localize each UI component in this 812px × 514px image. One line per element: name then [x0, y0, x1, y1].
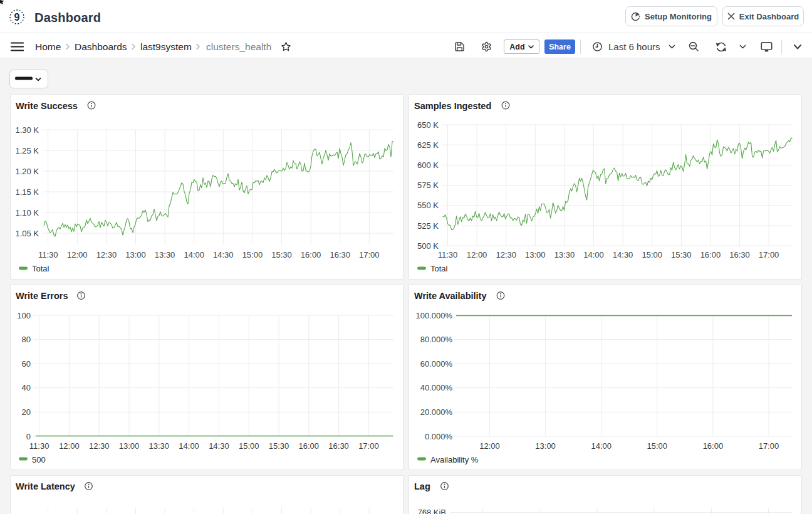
- svg-text:12:30: 12:30: [89, 441, 110, 451]
- svg-text:14:30: 14:30: [209, 441, 229, 451]
- svg-text:40: 40: [22, 383, 31, 392]
- svg-text:13:00: 13:00: [525, 250, 546, 260]
- svg-text:12:00: 12:00: [479, 441, 500, 451]
- svg-text:15:00: 15:00: [647, 441, 668, 451]
- svg-text:13:00: 13:00: [535, 441, 556, 451]
- svg-text:14:00: 14:00: [583, 250, 604, 260]
- svg-text:100.000%: 100.000%: [415, 311, 452, 320]
- svg-text:14:00: 14:00: [179, 441, 199, 451]
- svg-text:575 K: 575 K: [417, 181, 439, 190]
- svg-text:100: 100: [17, 311, 31, 320]
- svg-text:80.000%: 80.000%: [420, 335, 453, 344]
- svg-text:Samples Ingested: Samples Ingested: [414, 101, 491, 111]
- svg-text:13:30: 13:30: [554, 250, 575, 260]
- svg-text:768 KiB: 768 KiB: [417, 508, 446, 514]
- svg-text:15:00: 15:00: [642, 250, 662, 260]
- svg-text:1.25 K: 1.25 K: [15, 146, 39, 155]
- svg-text:17:00: 17:00: [759, 441, 779, 451]
- svg-text:Write Latency: Write Latency: [16, 481, 75, 491]
- svg-text:Write Availability: Write Availability: [414, 291, 487, 301]
- svg-text:80: 80: [22, 335, 31, 344]
- svg-text:0: 0: [26, 432, 31, 441]
- svg-text:16:00: 16:00: [299, 441, 320, 451]
- svg-text:16:30: 16:30: [729, 250, 750, 260]
- svg-text:14:00: 14:00: [591, 441, 612, 451]
- svg-text:13:30: 13:30: [155, 250, 175, 260]
- svg-text:12:00: 12:00: [467, 250, 487, 260]
- svg-text:0.000%: 0.000%: [425, 432, 453, 441]
- svg-text:14:30: 14:30: [213, 250, 234, 260]
- svg-text:20: 20: [22, 407, 31, 417]
- svg-text:16:30: 16:30: [328, 441, 349, 451]
- svg-text:12:00: 12:00: [67, 250, 88, 260]
- svg-text:60.000%: 60.000%: [420, 359, 453, 369]
- svg-text:15:30: 15:30: [271, 250, 292, 260]
- svg-text:500: 500: [32, 455, 46, 464]
- svg-text:15:30: 15:30: [269, 441, 289, 451]
- svg-text:17:00: 17:00: [359, 250, 380, 260]
- svg-text:16:00: 16:00: [703, 441, 724, 451]
- svg-text:13:30: 13:30: [149, 441, 170, 451]
- svg-text:9: 9: [14, 12, 20, 23]
- svg-text:16:30: 16:30: [330, 250, 350, 260]
- svg-text:60: 60: [22, 359, 31, 369]
- svg-text:11:30: 11:30: [29, 441, 49, 451]
- svg-text:16:00: 16:00: [301, 250, 321, 260]
- svg-text:550 K: 550 K: [417, 201, 439, 210]
- svg-text:Total: Total: [32, 264, 49, 273]
- svg-text:1.20 K: 1.20 K: [15, 167, 39, 176]
- svg-text:40.000%: 40.000%: [420, 383, 453, 392]
- svg-text:11:30: 11:30: [38, 250, 58, 260]
- svg-text:500 K: 500 K: [417, 241, 439, 251]
- svg-text:625 K: 625 K: [417, 140, 439, 150]
- svg-text:14:00: 14:00: [184, 250, 204, 260]
- svg-text:20.000%: 20.000%: [420, 407, 453, 417]
- svg-text:Lag: Lag: [414, 481, 430, 491]
- svg-text:12:00: 12:00: [59, 441, 80, 451]
- svg-text:600 K: 600 K: [417, 160, 439, 170]
- svg-text:11:30: 11:30: [438, 250, 458, 260]
- svg-text:13:00: 13:00: [125, 250, 146, 260]
- svg-text:1.05 K: 1.05 K: [15, 229, 39, 238]
- svg-text:Availability %: Availability %: [430, 455, 479, 464]
- svg-text:525 K: 525 K: [417, 221, 439, 231]
- svg-text:16:00: 16:00: [700, 250, 721, 260]
- svg-text:1.10 K: 1.10 K: [15, 208, 39, 218]
- svg-text:17:00: 17:00: [358, 441, 379, 451]
- svg-text:Write Success: Write Success: [16, 101, 78, 111]
- svg-text:1.30 K: 1.30 K: [15, 125, 39, 135]
- svg-text:17:00: 17:00: [759, 250, 779, 260]
- svg-text:12:30: 12:30: [96, 250, 117, 260]
- svg-text:15:30: 15:30: [671, 250, 692, 260]
- svg-text:Write Errors: Write Errors: [16, 291, 68, 301]
- svg-text:1.15 K: 1.15 K: [15, 187, 39, 197]
- svg-text:650 K: 650 K: [417, 120, 439, 130]
- svg-text:15:00: 15:00: [242, 250, 263, 260]
- svg-text:13:00: 13:00: [119, 441, 140, 451]
- svg-text:15:00: 15:00: [239, 441, 259, 451]
- svg-text:12:30: 12:30: [496, 250, 516, 260]
- svg-text:Total: Total: [430, 264, 448, 273]
- svg-text:14:30: 14:30: [613, 250, 633, 260]
